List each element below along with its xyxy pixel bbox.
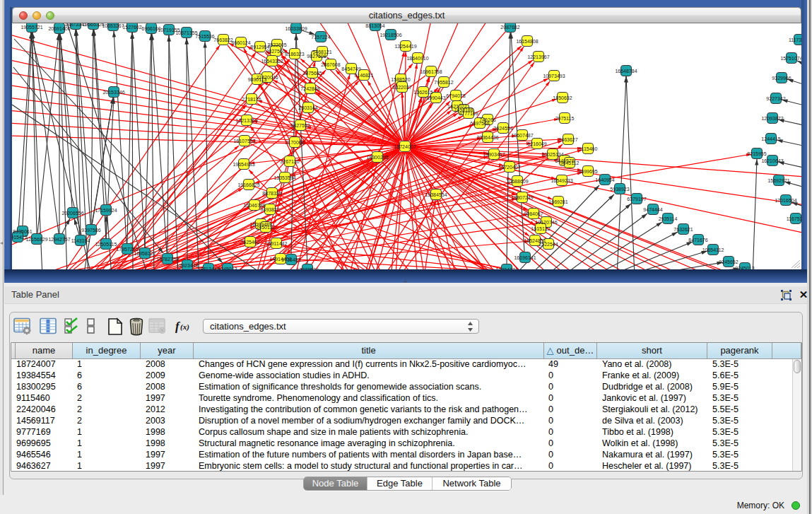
table-panel-close-icon[interactable]: ✕ [798, 288, 809, 300]
table-row[interactable]: 946554611997Estimation of the future num… [11, 450, 801, 461]
node-label: 9146821 [354, 73, 373, 78]
tab-edge-table[interactable]: Edge Table [367, 477, 433, 490]
table-row[interactable]: 946362711997Embryonic stem cells: a mode… [11, 461, 801, 472]
node-label: 7663822 [213, 37, 233, 42]
network-edge[interactable] [753, 159, 757, 269]
node-label: 2718176 [242, 97, 261, 102]
show-columns-icon[interactable] [40, 317, 57, 338]
table-selector-value: citations_edges.txt [210, 321, 286, 332]
table-selector-dropdown[interactable]: citations_edges.txt [203, 319, 479, 334]
table-panel-titlebar: Table Panel ✕ [4, 286, 807, 304]
node-label: 9245013 [735, 266, 754, 270]
cell-pagerank: 5.3E-5 [712, 450, 771, 461]
delete-column-icon[interactable] [128, 317, 145, 339]
tab-network-table[interactable]: Network Table [433, 477, 511, 490]
tab-node-table[interactable]: Node Table [304, 477, 367, 490]
node-label: 19903417 [483, 152, 505, 157]
network-edge[interactable] [405, 52, 406, 141]
table-row[interactable]: 1938455462009Genome-wide association stu… [11, 370, 801, 382]
table-row[interactable]: 977716911998Corpus callosum shape and si… [11, 427, 801, 438]
network-edge[interactable] [119, 156, 547, 269]
splitter-grip-icon[interactable]: ⌃ [402, 281, 411, 287]
node-label: 1244415 [761, 136, 780, 141]
window-zoom-button[interactable] [46, 11, 54, 20]
network-edge[interactable] [91, 30, 93, 224]
table-vertical-scrollbar[interactable] [792, 359, 801, 472]
select-all-icon[interactable] [64, 317, 79, 338]
network-edge[interactable] [316, 92, 399, 143]
column-header-short[interactable]: short [597, 343, 707, 359]
table-row[interactable]: 2242004622012Investigating the contribut… [11, 404, 801, 416]
dropdown-arrows-icon [467, 321, 473, 332]
float-window-icon[interactable] [780, 289, 792, 301]
node-label: 16961758 [420, 69, 442, 74]
table-settings-icon[interactable] [13, 317, 32, 338]
window-minimize-button[interactable] [33, 11, 41, 20]
network-edge[interactable] [23, 33, 32, 226]
collapse-arrow-icon[interactable]: ◂ [0, 239, 4, 247]
table-row[interactable]: 1456911722003Disruption of a novel membe… [11, 416, 801, 427]
network-edge[interactable] [653, 269, 739, 269]
node-label: 9699695 [578, 169, 597, 174]
scrollbar-thumb[interactable] [794, 360, 801, 373]
table-row[interactable]: 911546021997Tourette syndrome. Phenomeno… [11, 393, 801, 404]
network-edge[interactable] [617, 76, 626, 269]
network-edge[interactable] [411, 147, 801, 177]
cell-name: 18724007 [16, 359, 71, 370]
column-header-title[interactable]: title [194, 343, 544, 359]
column-header-blank[interactable] [772, 343, 801, 359]
node-label: 2975115 [555, 116, 575, 121]
node-label: 3822605 [267, 42, 286, 47]
cell-short: Nakamura et al. (1997) [602, 450, 706, 461]
network-window-titlebar[interactable]: citations_edges.txt [12, 7, 801, 23]
create-new-column-icon[interactable] [107, 317, 124, 339]
network-edge[interactable] [187, 38, 187, 259]
network-edge[interactable] [14, 39, 223, 263]
network-edge[interactable] [511, 33, 524, 252]
node-label: 16911442 [266, 241, 288, 246]
cell-out_de…: 0 [548, 370, 596, 382]
network-edge[interactable] [12, 105, 267, 269]
network-edge[interactable] [132, 33, 133, 269]
table-row[interactable]: 1872400712008Changes of HCN gene express… [11, 359, 801, 370]
cell-pagerank: 5.3E-5 [712, 438, 771, 450]
cell-in_degree: 2 [77, 393, 139, 404]
network-edge[interactable] [132, 33, 145, 247]
node-label: 16549233 [551, 178, 572, 183]
edge-arrowhead [792, 202, 798, 206]
node-label: 5468121 [312, 49, 331, 54]
column-header-pagerank[interactable]: pagerank [707, 343, 772, 359]
column-header-year[interactable]: year [141, 343, 194, 359]
memory-status-dot [792, 501, 800, 510]
delete-table-icon[interactable] [148, 317, 167, 338]
cell-title: Estimation of the future numbers of pati… [199, 450, 543, 461]
network-edge[interactable] [76, 30, 81, 235]
node-label: 2935114 [659, 216, 678, 221]
node-label: 1669281 [548, 199, 567, 204]
node-label: 17334271 [495, 267, 517, 270]
node-label: 9827560 [266, 49, 285, 54]
table-body: 1872400712008Changes of HCN gene express… [11, 359, 801, 472]
network-view-canvas[interactable]: 1905572120691406188733411956532610653267… [12, 23, 801, 269]
function-builder-icon[interactable]: f(x) [175, 317, 193, 338]
node-label: 16648784 [615, 69, 637, 74]
network-edge[interactable] [145, 34, 151, 247]
table-row[interactable]: 969969511998Structural magnetic resonanc… [11, 438, 801, 450]
network-edge[interactable] [151, 34, 154, 269]
window-resize-grip[interactable] [789, 258, 800, 268]
status-bar: Memory: OK [0, 495, 807, 514]
node-label: 18300295 [366, 155, 388, 160]
window-close-button[interactable] [19, 11, 28, 20]
svg-text:(x): (x) [180, 322, 189, 332]
cell-year: 1997 [146, 393, 192, 404]
cell-in_degree: 1 [77, 438, 139, 450]
node-label: 9827508 [307, 54, 326, 59]
network-edge[interactable] [167, 35, 169, 253]
table-row[interactable]: 1830029562008Estimation of significance … [11, 382, 801, 393]
column-header-out_de…[interactable]: △out_de… [544, 343, 597, 359]
edge-arrowhead [250, 126, 254, 131]
cell-title: Genome-wide association studies in ADHD. [199, 370, 543, 382]
column-header-in_degree[interactable]: in_degree [73, 343, 141, 359]
column-header-name[interactable]: name [16, 343, 73, 359]
row-options-icon[interactable] [87, 317, 95, 338]
